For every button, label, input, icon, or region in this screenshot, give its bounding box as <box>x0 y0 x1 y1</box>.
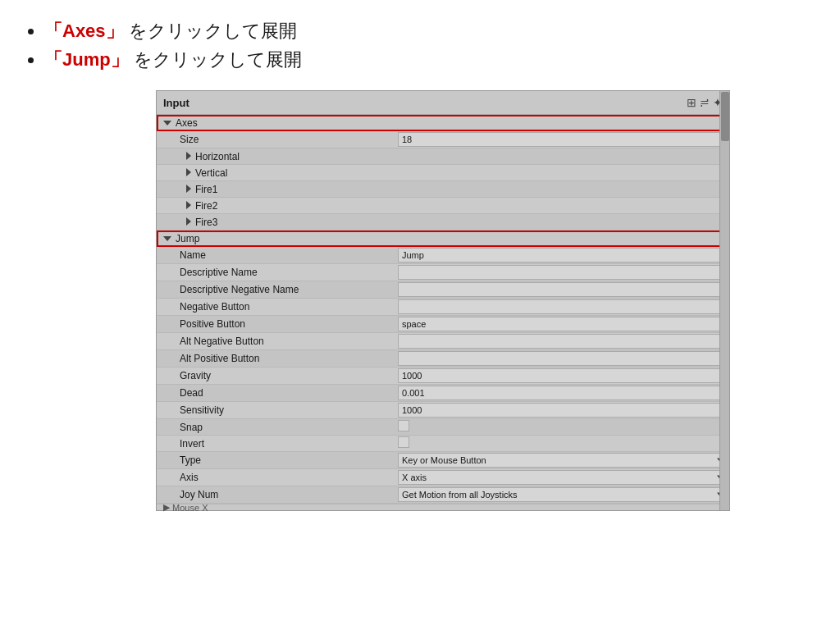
gravity-row: Gravity <box>157 368 729 385</box>
fire3-value <box>395 221 729 223</box>
sensitivity-label: Sensitivity <box>157 403 395 418</box>
dead-input[interactable] <box>398 386 726 400</box>
axis-row: Axis X axis Y axis Z axis <box>157 469 729 486</box>
gravity-input[interactable] <box>398 368 726 383</box>
fire2-value <box>395 205 729 207</box>
name-label: Name <box>157 248 395 262</box>
fire2-row[interactable]: Fire2 <box>157 198 729 214</box>
alt-negative-button-input[interactable] <box>398 334 726 349</box>
joy-num-row: Joy Num Get Motion from all Joysticks Ge… <box>157 486 729 504</box>
sensitivity-row: Sensitivity <box>157 402 729 419</box>
alt-positive-button-value <box>395 350 729 367</box>
invert-label: Invert <box>157 436 395 451</box>
scrollbar[interactable] <box>719 91 729 510</box>
cutoff-label: Mouse X <box>172 503 208 513</box>
name-value <box>395 247 729 263</box>
axes-text: をクリックして展開 <box>129 21 297 41</box>
sensitivity-value <box>395 402 729 418</box>
snap-row: Snap <box>157 419 729 436</box>
vertical-row[interactable]: Vertical <box>157 165 729 181</box>
dead-row: Dead <box>157 385 729 402</box>
jump-section-header[interactable]: Jump <box>157 231 729 247</box>
jump-triangle-icon <box>163 236 171 241</box>
alt-negative-button-label: Alt Negative Button <box>157 334 395 349</box>
name-row: Name <box>157 247 729 264</box>
type-label: Type <box>157 453 395 468</box>
horizontal-value <box>395 156 729 158</box>
descriptive-name-row: Descriptive Name <box>157 264 729 281</box>
size-value <box>395 131 729 148</box>
fire3-row[interactable]: Fire3 <box>157 214 729 231</box>
gravity-value <box>395 368 729 384</box>
descriptive-negative-name-input[interactable] <box>398 282 726 297</box>
gravity-label: Gravity <box>157 368 395 383</box>
fire3-label: Fire3 <box>157 215 395 230</box>
type-select-wrapper: Key or Mouse Button Mouse Movement Joyst… <box>398 453 726 468</box>
cutoff-row: ▶ Mouse X <box>157 504 729 510</box>
instruction-list: 「Axes」 をクリックして展開 「Jump」 をクリックして展開 <box>25 16 815 74</box>
negative-button-row: Negative Button <box>157 299 729 316</box>
negative-button-value <box>395 299 729 315</box>
dead-value <box>395 385 729 401</box>
positive-button-row: Positive Button <box>157 316 729 333</box>
horizontal-label: Horizontal <box>157 149 395 164</box>
fire2-label: Fire2 <box>157 199 395 213</box>
positive-button-value <box>395 316 729 332</box>
sensitivity-input[interactable] <box>398 403 726 418</box>
descriptive-negative-name-value <box>395 281 729 298</box>
horizontal-row[interactable]: Horizontal <box>157 148 729 165</box>
panel-icon-2: ≓ <box>700 96 710 109</box>
axes-triangle-icon <box>163 121 171 126</box>
panel-header: Input ⊞ ≓ ✦ <box>157 91 729 115</box>
alt-positive-button-row: Alt Positive Button <box>157 350 729 368</box>
name-input[interactable] <box>398 248 726 262</box>
axis-select[interactable]: X axis Y axis Z axis <box>398 470 726 485</box>
snap-value <box>395 419 729 435</box>
fire3-triangle-icon <box>186 217 191 226</box>
axis-label: Axis <box>157 470 395 485</box>
alt-positive-button-input[interactable] <box>398 351 726 366</box>
invert-checkbox[interactable] <box>398 436 409 448</box>
scrollbar-thumb[interactable] <box>721 92 729 141</box>
axes-section-header[interactable]: Axes <box>157 115 729 131</box>
jump-text: をクリックして展開 <box>134 49 302 70</box>
fire1-label: Fire1 <box>157 182 395 197</box>
type-row: Type Key or Mouse Button Mouse Movement … <box>157 452 729 469</box>
fire1-row[interactable]: Fire1 <box>157 181 729 198</box>
descriptive-name-label: Descriptive Name <box>157 265 395 280</box>
axis-value: X axis Y axis Z axis <box>395 469 729 486</box>
fire2-triangle-icon <box>186 201 191 209</box>
joy-num-select-wrapper: Get Motion from all Joysticks Get Motion… <box>398 487 726 502</box>
snap-checkbox[interactable] <box>398 420 409 431</box>
bullet-2: 「Jump」 をクリックして展開 <box>44 45 815 74</box>
negative-button-input[interactable] <box>398 299 726 314</box>
positive-button-label: Positive Button <box>157 317 395 331</box>
alt-positive-button-label: Alt Positive Button <box>157 351 395 366</box>
joy-num-select[interactable]: Get Motion from all Joysticks Get Motion… <box>398 487 726 502</box>
descriptive-name-input[interactable] <box>398 265 726 280</box>
negative-button-label: Negative Button <box>157 299 395 314</box>
jump-highlight: 「Jump」 <box>44 49 129 70</box>
axes-label: Axes <box>176 117 198 129</box>
panel-icon-group: ⊞ ≓ ✦ <box>687 96 723 109</box>
invert-value <box>395 436 729 451</box>
dead-label: Dead <box>157 386 395 400</box>
size-label: Size <box>157 132 395 147</box>
cutoff-triangle-icon: ▶ <box>163 502 170 513</box>
bullet-1: 「Axes」 をクリックして展開 <box>44 16 815 45</box>
joy-num-label: Joy Num <box>157 487 395 502</box>
size-input[interactable] <box>398 132 726 147</box>
alt-negative-button-row: Alt Negative Button <box>157 333 729 350</box>
vertical-triangle-icon <box>186 168 191 176</box>
panel-title: Input <box>163 97 189 109</box>
size-row: Size <box>157 131 729 148</box>
jump-label: Jump <box>176 233 199 244</box>
alt-negative-button-value <box>395 333 729 349</box>
invert-row: Invert <box>157 436 729 452</box>
unity-input-panel: Input ⊞ ≓ ✦ Axes Size Horizontal Vertica… <box>156 90 730 511</box>
positive-button-input[interactable] <box>398 317 726 331</box>
vertical-value <box>395 172 729 174</box>
type-select[interactable]: Key or Mouse Button Mouse Movement Joyst… <box>398 453 726 468</box>
descriptive-negative-name-row: Descriptive Negative Name <box>157 281 729 299</box>
vertical-label: Vertical <box>157 166 395 180</box>
